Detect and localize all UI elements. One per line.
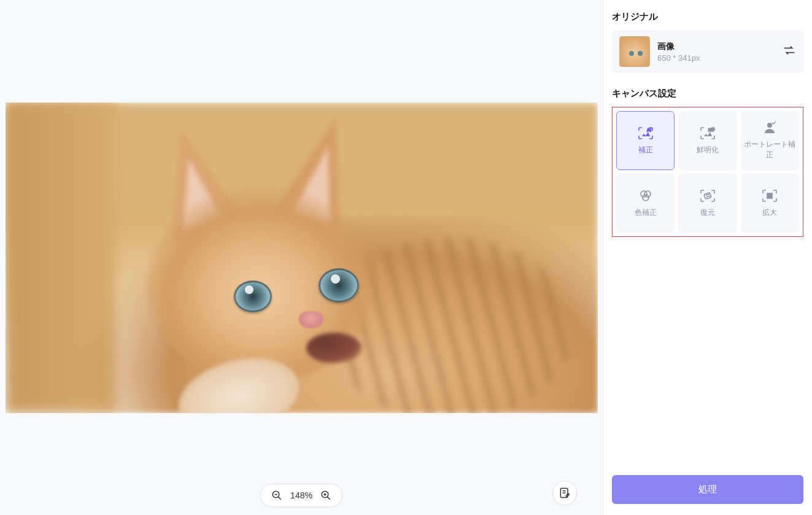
canvas-options-grid: AI 補正 HD 鮮明化 ポートレート補正 色補正 (616, 111, 799, 233)
zoom-out-icon (271, 490, 282, 501)
note-edit-icon (559, 487, 571, 499)
option-label: 復元 (700, 207, 715, 218)
zoom-in-icon (320, 490, 331, 501)
zoom-in-button[interactable] (320, 489, 332, 501)
zoom-level: 148% (290, 490, 312, 500)
bottom-toolbar: 148% (0, 482, 603, 509)
original-info: 画像 650 * 341px (657, 41, 775, 63)
zoom-control: 148% (260, 484, 342, 507)
swap-icon (783, 44, 796, 57)
svg-point-15 (643, 195, 649, 201)
kitten-illustration (6, 103, 598, 413)
option-restore[interactable]: 復元 (678, 174, 737, 233)
svg-line-18 (706, 196, 710, 197)
hd-icon: HD (700, 126, 716, 140)
swap-image-button[interactable] (783, 44, 796, 60)
side-panel: オリジナル 画像 650 * 341px キャンバス設定 AI 補正 HD (603, 0, 812, 515)
zoom-out-button[interactable] (271, 489, 283, 501)
option-label: ポートレート補正 (744, 139, 796, 160)
option-color[interactable]: 色補正 (616, 174, 675, 233)
option-label: 鮮明化 (697, 145, 719, 155)
original-image-card: 画像 650 * 341px (612, 30, 803, 73)
option-portrait[interactable]: ポートレート補正 (741, 111, 799, 170)
svg-line-4 (327, 497, 330, 500)
option-correction[interactable]: AI 補正 (616, 111, 675, 170)
original-thumbnail[interactable] (619, 36, 650, 67)
process-button[interactable]: 処理 (612, 475, 803, 504)
main-canvas-panel: 148% (0, 0, 603, 515)
original-dimensions: 650 * 341px (657, 53, 775, 63)
svg-text:HD: HD (708, 128, 714, 132)
svg-text:AI: AI (647, 128, 651, 132)
option-enlarge[interactable]: 拡大 (741, 174, 799, 233)
color-icon (638, 189, 654, 203)
original-section-title: オリジナル (612, 11, 803, 23)
svg-rect-16 (704, 192, 711, 199)
svg-rect-19 (767, 193, 772, 198)
edit-note-button[interactable] (552, 481, 577, 505)
svg-point-12 (767, 123, 772, 128)
canvas-settings-title: キャンバス設定 (612, 88, 803, 99)
option-label: 補正 (638, 145, 653, 155)
ai-icon: AI (638, 126, 654, 140)
option-sharpen[interactable]: HD 鮮明化 (678, 111, 737, 170)
option-label: 拡大 (762, 207, 777, 218)
portrait-icon (762, 121, 778, 134)
original-name: 画像 (657, 41, 775, 52)
restore-icon (700, 189, 716, 203)
svg-point-14 (644, 191, 651, 197)
canvas-image[interactable] (6, 103, 598, 413)
enlarge-icon (762, 189, 778, 203)
svg-line-1 (278, 497, 281, 500)
option-label: 色補正 (635, 207, 657, 218)
canvas-settings-highlight: AI 補正 HD 鮮明化 ポートレート補正 色補正 (612, 107, 803, 237)
